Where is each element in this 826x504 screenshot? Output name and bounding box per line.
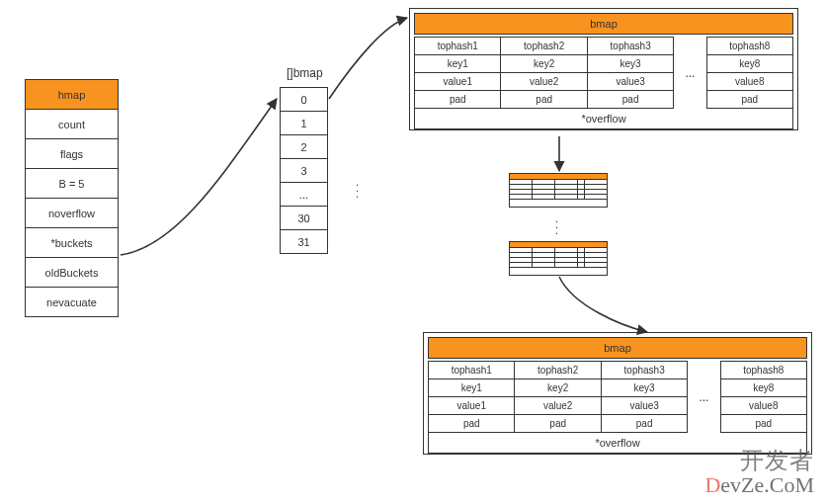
bmap-cell: tophash2 bbox=[515, 362, 601, 379]
bmap-bottom-table: tophash1 tophash2 tophash3 ... tophash8 … bbox=[428, 361, 807, 433]
bmap-cell: pad bbox=[720, 415, 806, 433]
bucket-array-label: []bmap bbox=[287, 66, 323, 80]
bmap-cell: key8 bbox=[706, 55, 792, 73]
bmap-cell: tophash3 bbox=[587, 38, 673, 55]
side-dots: . . . bbox=[356, 176, 359, 194]
bmap-cell: key1 bbox=[429, 379, 515, 397]
bmap-top-overflow: *overflow bbox=[414, 109, 793, 129]
bmap-cell: key3 bbox=[601, 379, 687, 397]
bucket-cell: 1 bbox=[281, 112, 328, 135]
watermark: 开发者 DevZe.CoM bbox=[704, 449, 814, 496]
bmap-cell: key3 bbox=[587, 55, 673, 73]
mini-bmap-1 bbox=[509, 173, 608, 208]
bmap-dots: ... bbox=[674, 38, 706, 109]
bmap-cell: pad bbox=[415, 91, 501, 109]
bmap-top-header: bmap bbox=[414, 13, 793, 35]
bmap-cell: key2 bbox=[501, 55, 587, 73]
hmap-field: B = 5 bbox=[26, 169, 119, 199]
bucket-array: 0 1 2 3 ... 30 31 bbox=[280, 87, 328, 254]
bucket-cell: 3 bbox=[281, 159, 328, 183]
bucket-cell: 30 bbox=[281, 207, 328, 230]
hmap-field: count bbox=[26, 110, 119, 139]
bucket-cell: 2 bbox=[281, 135, 328, 159]
bmap-cell: key8 bbox=[720, 379, 806, 397]
bmap-cell: tophash3 bbox=[601, 362, 687, 379]
bmap-cell: pad bbox=[501, 91, 587, 109]
bmap-cell: tophash8 bbox=[720, 362, 806, 379]
bucket-cell: 0 bbox=[281, 88, 328, 112]
bmap-cell: pad bbox=[429, 415, 515, 433]
bmap-cell: pad bbox=[587, 91, 673, 109]
bmap-cell: value2 bbox=[501, 73, 587, 91]
bmap-cell: value8 bbox=[706, 73, 792, 91]
bucket-table: 0 1 2 3 ... 30 31 bbox=[280, 87, 328, 254]
bmap-cell: value3 bbox=[587, 73, 673, 91]
hmap-header: hmap bbox=[26, 80, 119, 110]
bmap-cell: value1 bbox=[415, 73, 501, 91]
bmap-cell: value1 bbox=[429, 397, 515, 415]
hmap-field-buckets: *buckets bbox=[26, 228, 119, 258]
bmap-cell: tophash1 bbox=[415, 38, 501, 55]
mini-bmap-2 bbox=[509, 241, 608, 276]
bmap-cell: key1 bbox=[415, 55, 501, 73]
bmap-top: bmap tophash1 tophash2 tophash3 ... toph… bbox=[409, 8, 798, 130]
bucket-cell: 31 bbox=[281, 230, 328, 254]
bmap-cell: pad bbox=[706, 91, 792, 109]
bmap-cell: pad bbox=[601, 415, 687, 433]
bmap-bottom-header: bmap bbox=[428, 337, 807, 359]
hmap-field: flags bbox=[26, 139, 119, 169]
watermark-line1: 开发者 bbox=[704, 449, 814, 473]
hmap-struct: hmap count flags B = 5 noverflow *bucket… bbox=[25, 79, 119, 317]
arrow-bucket0-to-bmap bbox=[329, 18, 407, 99]
bmap-cell: tophash2 bbox=[501, 38, 587, 55]
bmap-cell: value3 bbox=[601, 397, 687, 415]
hmap-field: oldBuckets bbox=[26, 258, 119, 288]
hmap-field: noverflow bbox=[26, 199, 119, 228]
watermark-d: D bbox=[704, 472, 720, 497]
bmap-top-table: tophash1 tophash2 tophash3 ... tophash8 … bbox=[414, 37, 793, 109]
bmap-bottom: bmap tophash1 tophash2 tophash3 ... toph… bbox=[423, 332, 812, 455]
bmap-cell: pad bbox=[515, 415, 601, 433]
mini-dots: . . . bbox=[555, 212, 558, 230]
bmap-cell: value8 bbox=[720, 397, 806, 415]
bucket-cell: ... bbox=[281, 183, 328, 207]
bmap-cell: tophash1 bbox=[429, 362, 515, 379]
arrow-buckets-to-array bbox=[121, 99, 277, 255]
bmap-cell: tophash8 bbox=[706, 38, 792, 55]
bmap-cell: value2 bbox=[515, 397, 601, 415]
bmap-dots: ... bbox=[688, 362, 720, 433]
hmap-table: hmap count flags B = 5 noverflow *bucket… bbox=[25, 79, 119, 317]
hmap-field: nevacuate bbox=[26, 288, 119, 317]
bmap-cell: key2 bbox=[515, 379, 601, 397]
arrow-mini2-to-bmap-bottom bbox=[559, 277, 647, 332]
watermark-rest: evZe.CoM bbox=[720, 472, 814, 497]
